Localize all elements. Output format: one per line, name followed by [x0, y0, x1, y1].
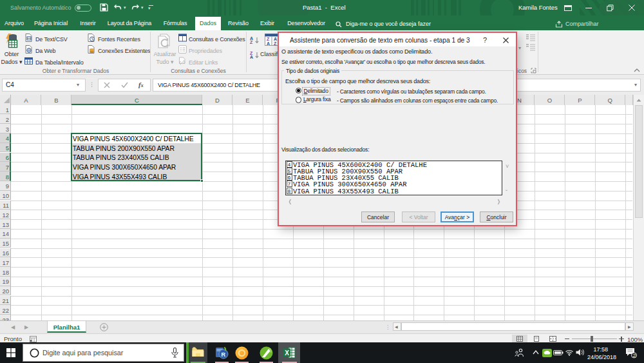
svg-text:A: A — [267, 41, 270, 46]
svg-text:Z: Z — [274, 41, 277, 46]
svg-text:A: A — [274, 37, 277, 41]
svg-text:X: X — [285, 349, 289, 357]
svg-text:2: 2 — [633, 353, 636, 358]
svg-text:R: R — [222, 351, 226, 358]
svg-text:Z: Z — [267, 37, 270, 41]
